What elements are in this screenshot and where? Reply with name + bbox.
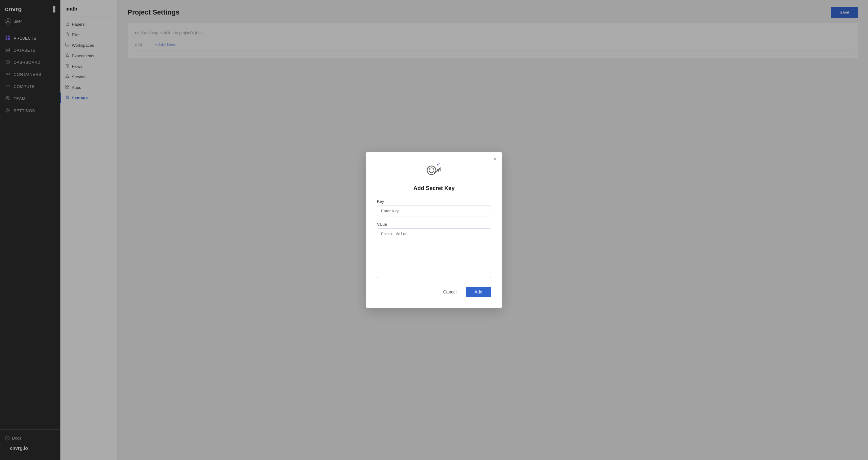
svg-point-34	[439, 163, 440, 164]
svg-line-31	[438, 170, 439, 171]
cancel-button[interactable]: Cancel	[437, 287, 462, 297]
svg-point-28	[429, 168, 434, 173]
svg-point-27	[427, 166, 436, 174]
value-textarea[interactable]	[377, 228, 491, 278]
modal-overlay[interactable]: × Add Secret Key Key Value	[0, 0, 868, 460]
add-button[interactable]: Add	[466, 287, 491, 297]
modal-close-button[interactable]: ×	[493, 157, 497, 162]
key-icon	[424, 162, 444, 182]
key-input[interactable]	[377, 205, 491, 217]
modal-title: Add Secret Key	[377, 185, 491, 192]
value-label: Value	[377, 222, 491, 227]
modal-icon-wrapper	[377, 162, 491, 182]
key-label: Key	[377, 199, 491, 204]
svg-point-33	[441, 166, 441, 166]
add-secret-key-modal: × Add Secret Key Key Value	[366, 152, 502, 308]
modal-actions: Cancel Add	[377, 287, 491, 297]
svg-line-30	[439, 168, 440, 170]
